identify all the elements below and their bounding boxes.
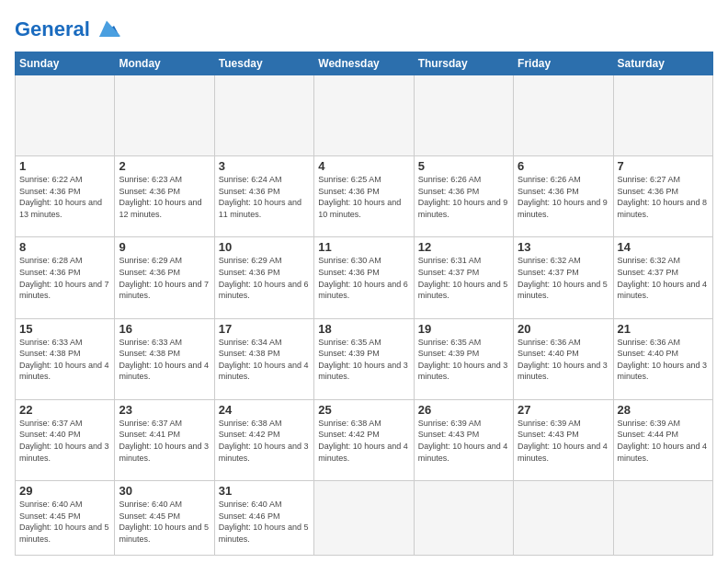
calendar-day-cell: 25Sunrise: 6:38 AMSunset: 4:42 PMDayligh… [314,399,414,480]
calendar-day-cell: 7Sunrise: 6:27 AMSunset: 4:36 PMDaylight… [613,156,712,237]
calendar-day-cell [214,75,313,156]
day-number: 24 [219,403,310,417]
calendar-day-cell: 11Sunrise: 6:30 AMSunset: 4:36 PMDayligh… [314,237,414,318]
calendar-day-cell: 2Sunrise: 6:23 AMSunset: 4:36 PMDaylight… [115,156,214,237]
calendar-day-cell: 31Sunrise: 6:40 AMSunset: 4:46 PMDayligh… [214,481,313,556]
day-info: Sunrise: 6:22 AMSunset: 4:36 PMDaylight:… [19,174,110,220]
calendar-day-cell [414,481,513,556]
logo-icon [92,15,121,44]
calendar-day-cell [314,481,414,556]
day-info: Sunrise: 6:25 AMSunset: 4:36 PMDaylight:… [318,174,409,220]
day-info: Sunrise: 6:30 AMSunset: 4:36 PMDaylight:… [318,255,409,301]
day-info: Sunrise: 6:26 AMSunset: 4:36 PMDaylight:… [518,174,609,220]
calendar-week-row: 22Sunrise: 6:37 AMSunset: 4:40 PMDayligh… [16,399,713,480]
day-number: 6 [518,159,609,173]
day-number: 28 [618,403,709,417]
calendar-week-row [16,75,713,156]
day-info: Sunrise: 6:37 AMSunset: 4:41 PMDaylight:… [119,418,210,464]
calendar-day-cell: 12Sunrise: 6:31 AMSunset: 4:37 PMDayligh… [414,237,513,318]
day-info: Sunrise: 6:32 AMSunset: 4:37 PMDaylight:… [618,255,709,301]
day-number: 9 [119,240,210,254]
calendar-day-cell: 26Sunrise: 6:39 AMSunset: 4:43 PMDayligh… [414,399,513,480]
svg-marker-1 [99,20,119,37]
calendar-week-row: 29Sunrise: 6:40 AMSunset: 4:45 PMDayligh… [16,481,713,556]
calendar-day-cell [414,75,513,156]
day-header-friday: Friday [514,52,613,75]
calendar-week-row: 15Sunrise: 6:33 AMSunset: 4:38 PMDayligh… [16,318,713,399]
day-info: Sunrise: 6:38 AMSunset: 4:42 PMDaylight:… [219,418,310,464]
day-header-wednesday: Wednesday [314,52,414,75]
calendar-table: SundayMondayTuesdayWednesdayThursdayFrid… [15,52,713,556]
day-header-monday: Monday [115,52,214,75]
day-number: 29 [19,484,110,498]
day-header-tuesday: Tuesday [214,52,313,75]
calendar-day-cell [514,481,613,556]
day-number: 15 [19,322,110,336]
calendar-day-cell: 23Sunrise: 6:37 AMSunset: 4:41 PMDayligh… [115,399,214,480]
day-info: Sunrise: 6:29 AMSunset: 4:36 PMDaylight:… [219,255,310,301]
calendar-week-row: 8Sunrise: 6:28 AMSunset: 4:36 PMDaylight… [16,237,713,318]
day-info: Sunrise: 6:39 AMSunset: 4:43 PMDaylight:… [418,418,509,464]
day-number: 27 [518,403,609,417]
day-number: 8 [19,240,110,254]
day-number: 30 [119,484,210,498]
day-info: Sunrise: 6:35 AMSunset: 4:39 PMDaylight:… [318,337,409,383]
day-number: 31 [219,484,310,498]
calendar-day-cell: 19Sunrise: 6:35 AMSunset: 4:39 PMDayligh… [414,318,513,399]
calendar-day-cell: 28Sunrise: 6:39 AMSunset: 4:44 PMDayligh… [613,399,712,480]
day-number: 17 [219,322,310,336]
day-header-sunday: Sunday [16,52,115,75]
day-info: Sunrise: 6:27 AMSunset: 4:36 PMDaylight:… [618,174,709,220]
calendar-day-cell: 13Sunrise: 6:32 AMSunset: 4:37 PMDayligh… [514,237,613,318]
day-info: Sunrise: 6:35 AMSunset: 4:39 PMDaylight:… [418,337,509,383]
calendar-day-cell: 18Sunrise: 6:35 AMSunset: 4:39 PMDayligh… [314,318,414,399]
day-number: 21 [618,322,709,336]
logo-text: General [15,18,90,40]
day-number: 19 [418,322,509,336]
day-info: Sunrise: 6:24 AMSunset: 4:36 PMDaylight:… [219,174,310,220]
day-info: Sunrise: 6:33 AMSunset: 4:38 PMDaylight:… [19,337,110,383]
logo: General [15,15,121,44]
calendar-day-cell: 5Sunrise: 6:26 AMSunset: 4:36 PMDaylight… [414,156,513,237]
calendar-day-cell: 1Sunrise: 6:22 AMSunset: 4:36 PMDaylight… [16,156,115,237]
calendar-day-cell: 29Sunrise: 6:40 AMSunset: 4:45 PMDayligh… [16,481,115,556]
calendar-day-cell: 24Sunrise: 6:38 AMSunset: 4:42 PMDayligh… [214,399,313,480]
day-number: 13 [518,240,609,254]
calendar-day-cell: 20Sunrise: 6:36 AMSunset: 4:40 PMDayligh… [514,318,613,399]
day-info: Sunrise: 6:40 AMSunset: 4:45 PMDaylight:… [119,499,210,545]
day-number: 2 [119,159,210,173]
day-number: 25 [318,403,409,417]
day-info: Sunrise: 6:40 AMSunset: 4:45 PMDaylight:… [19,499,110,545]
calendar-day-cell: 10Sunrise: 6:29 AMSunset: 4:36 PMDayligh… [214,237,313,318]
calendar-day-cell [514,75,613,156]
day-info: Sunrise: 6:36 AMSunset: 4:40 PMDaylight:… [518,337,609,383]
calendar-day-cell: 21Sunrise: 6:36 AMSunset: 4:40 PMDayligh… [613,318,712,399]
day-number: 1 [19,159,110,173]
calendar-day-cell: 27Sunrise: 6:39 AMSunset: 4:43 PMDayligh… [514,399,613,480]
day-info: Sunrise: 6:34 AMSunset: 4:38 PMDaylight:… [219,337,310,383]
day-number: 20 [518,322,609,336]
calendar-week-row: 1Sunrise: 6:22 AMSunset: 4:36 PMDaylight… [16,156,713,237]
day-info: Sunrise: 6:28 AMSunset: 4:36 PMDaylight:… [19,255,110,301]
day-info: Sunrise: 6:39 AMSunset: 4:43 PMDaylight:… [518,418,609,464]
day-header-saturday: Saturday [613,52,712,75]
calendar-header-row: SundayMondayTuesdayWednesdayThursdayFrid… [16,52,713,75]
day-info: Sunrise: 6:26 AMSunset: 4:36 PMDaylight:… [418,174,509,220]
day-info: Sunrise: 6:36 AMSunset: 4:40 PMDaylight:… [618,337,709,383]
day-info: Sunrise: 6:37 AMSunset: 4:40 PMDaylight:… [19,418,110,464]
calendar-day-cell: 4Sunrise: 6:25 AMSunset: 4:36 PMDaylight… [314,156,414,237]
calendar-day-cell: 9Sunrise: 6:29 AMSunset: 4:36 PMDaylight… [115,237,214,318]
calendar-day-cell: 8Sunrise: 6:28 AMSunset: 4:36 PMDaylight… [16,237,115,318]
day-number: 4 [318,159,409,173]
header: General [15,15,713,44]
page: General SundayMondayTuesdayWednesdayThur… [0,0,728,563]
calendar-day-cell: 3Sunrise: 6:24 AMSunset: 4:36 PMDaylight… [214,156,313,237]
day-info: Sunrise: 6:32 AMSunset: 4:37 PMDaylight:… [518,255,609,301]
calendar-day-cell: 14Sunrise: 6:32 AMSunset: 4:37 PMDayligh… [613,237,712,318]
day-number: 10 [219,240,310,254]
calendar-day-cell [613,481,712,556]
calendar-day-cell [613,75,712,156]
day-info: Sunrise: 6:29 AMSunset: 4:36 PMDaylight:… [119,255,210,301]
day-number: 7 [618,159,709,173]
day-number: 18 [318,322,409,336]
